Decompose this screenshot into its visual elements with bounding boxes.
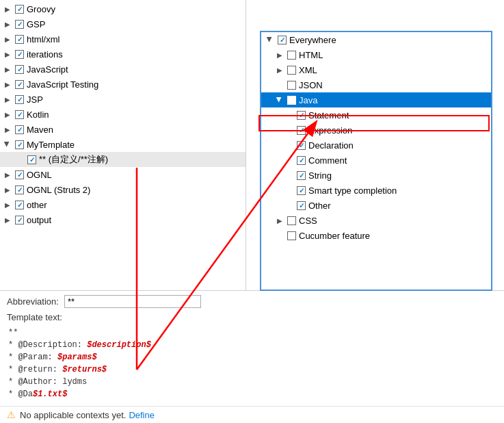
tree-item-gsp[interactable]: ▶ GSP xyxy=(0,16,246,31)
checkbox-output[interactable] xyxy=(15,216,24,225)
template-line-2: * @Description: $description$ xyxy=(8,339,496,351)
expand-arrow-gsp[interactable]: ▶ xyxy=(3,19,12,29)
template-line-4: * @return: $returns$ xyxy=(8,363,496,376)
right-tree-item-everywhere[interactable]: ▶ Everywhere xyxy=(261,32,491,47)
checkbox-mytemplate[interactable] xyxy=(15,140,24,149)
top-section: ▶ Groovy ▶ GSP ▶ html/xml ▶ iterations xyxy=(0,0,504,290)
expand-arrow-mytemplate[interactable]: ▶ xyxy=(3,140,12,149)
checkbox-cucumber[interactable] xyxy=(287,231,296,240)
expand-arrow-javascript-testing[interactable]: ▶ xyxy=(3,79,12,89)
checkbox-other-java[interactable] xyxy=(297,201,306,210)
tree-item-output[interactable]: ▶ output xyxy=(0,212,246,227)
tree-item-groovy[interactable]: ▶ Groovy xyxy=(0,1,246,16)
expand-arrow-xml[interactable]: ▶ xyxy=(275,65,284,75)
left-tree: ▶ Groovy ▶ GSP ▶ html/xml ▶ iterations xyxy=(0,0,246,290)
expand-arrow-javascript[interactable]: ▶ xyxy=(3,64,12,74)
template-line-3: * @Param: $params$ xyxy=(8,351,496,363)
checkbox-other[interactable] xyxy=(15,201,24,209)
warning-icon: ⚠ xyxy=(7,409,16,420)
label-other: other xyxy=(27,200,47,210)
right-tree-item-html[interactable]: ▶ HTML xyxy=(261,47,491,62)
right-tree-item-declaration[interactable]: Declaration xyxy=(261,138,491,153)
tree-item-kotlin[interactable]: ▶ Kotlin xyxy=(0,107,246,122)
checkbox-everywhere[interactable] xyxy=(278,36,287,44)
right-tree-item-cucumber[interactable]: Cucumber feature xyxy=(261,228,491,243)
bottom-section: Abbreviation: Template text: ** * @Descr… xyxy=(0,290,504,406)
tree-item-other[interactable]: ▶ other xyxy=(0,197,246,212)
checkbox-comment[interactable] xyxy=(297,156,306,165)
define-link[interactable]: Define xyxy=(129,410,155,420)
tree-item-jsp[interactable]: ▶ JSP xyxy=(0,92,246,107)
tree-item-ognl[interactable]: ▶ OGNL xyxy=(0,167,246,182)
right-tree-item-css[interactable]: ▶ CSS xyxy=(261,213,491,228)
abbreviation-row: Abbreviation: xyxy=(7,295,497,308)
checkbox-ognl[interactable] xyxy=(15,170,24,179)
checkbox-declaration[interactable] xyxy=(297,141,306,150)
expand-arrow-output[interactable]: ▶ xyxy=(3,215,12,225)
label-kotlin: Kotlin xyxy=(27,110,49,120)
checkbox-string[interactable] xyxy=(297,171,306,180)
checkbox-smart-type[interactable] xyxy=(297,186,306,195)
tree-item-javascript[interactable]: ▶ JavaScript xyxy=(0,62,246,77)
label-jsp: JSP xyxy=(27,94,43,105)
label-json: JSON xyxy=(299,80,323,90)
checkbox-ognl-struts2[interactable] xyxy=(15,185,24,194)
checkbox-xml[interactable] xyxy=(287,66,296,75)
expand-arrow-ognl-struts2[interactable]: ▶ xyxy=(3,185,12,194)
tree-item-javascript-testing[interactable]: ▶ JavaScript Testing xyxy=(0,77,246,92)
right-tree-item-string[interactable]: String xyxy=(261,168,491,183)
checkbox-java[interactable] xyxy=(287,96,296,105)
checkbox-css[interactable] xyxy=(287,216,296,225)
checkbox-javascript-testing[interactable] xyxy=(15,80,24,89)
expand-arrow-ognl[interactable]: ▶ xyxy=(3,170,12,179)
checkbox-iterations[interactable] xyxy=(15,50,24,59)
tree-item-ognl-struts2[interactable]: ▶ OGNL (Struts 2) xyxy=(0,182,246,197)
checkbox-jsp[interactable] xyxy=(15,95,24,104)
expand-arrow-maven[interactable]: ▶ xyxy=(3,125,12,134)
expand-arrow-everywhere[interactable]: ▶ xyxy=(265,35,275,44)
label-everywhere: Everywhere xyxy=(289,35,336,45)
checkbox-json[interactable] xyxy=(287,81,296,90)
checkbox-mytemplate-child[interactable] xyxy=(27,155,36,164)
template-text-area: ** * @Description: $description$ * @Para… xyxy=(7,325,497,402)
checkbox-html-xml[interactable] xyxy=(15,35,24,44)
expand-arrow-html-xml[interactable]: ▶ xyxy=(3,34,12,44)
tree-item-html-xml[interactable]: ▶ html/xml xyxy=(0,31,246,47)
checkbox-maven[interactable] xyxy=(15,125,24,134)
label-mytemplate-child: ** (自定义/**注解) xyxy=(39,153,108,166)
tree-item-maven[interactable]: ▶ Maven xyxy=(0,122,246,137)
label-java: Java xyxy=(299,95,317,105)
checkbox-statement[interactable] xyxy=(297,111,306,120)
label-javascript: JavaScript xyxy=(27,64,68,75)
tree-item-mytemplate-child[interactable]: ▶ ** (自定义/**注解) xyxy=(0,152,246,167)
label-html-xml: html/xml xyxy=(27,34,59,44)
checkbox-groovy[interactable] xyxy=(15,5,24,14)
right-tree-item-comment[interactable]: Comment xyxy=(261,153,491,168)
abbreviation-input[interactable] xyxy=(64,295,201,308)
checkbox-expression[interactable] xyxy=(297,126,306,135)
right-tree-item-java[interactable]: ▶ Java xyxy=(261,92,491,107)
tree-item-iterations[interactable]: ▶ iterations xyxy=(0,47,246,62)
tree-item-mytemplate[interactable]: ▶ MyTemplate xyxy=(0,137,246,152)
checkbox-html[interactable] xyxy=(287,51,296,60)
checkbox-javascript[interactable] xyxy=(15,65,24,74)
checkbox-gsp[interactable] xyxy=(15,20,24,29)
label-statement: Statement xyxy=(308,110,349,120)
template-line-6: * @Da$1.txt$ xyxy=(8,388,496,400)
expand-arrow-other[interactable]: ▶ xyxy=(3,200,12,209)
right-tree-item-expression[interactable]: Expression xyxy=(261,123,491,138)
right-tree-item-xml[interactable]: ▶ XML xyxy=(261,62,491,77)
expand-arrow-iterations[interactable]: ▶ xyxy=(3,49,12,59)
right-tree-item-json[interactable]: JSON xyxy=(261,77,491,92)
expand-arrow-groovy[interactable]: ▶ xyxy=(3,4,12,14)
label-output: output xyxy=(27,215,51,225)
expand-arrow-html[interactable]: ▶ xyxy=(275,50,284,60)
expand-arrow-java[interactable]: ▶ xyxy=(275,95,284,105)
checkbox-kotlin[interactable] xyxy=(15,110,24,119)
expand-arrow-kotlin[interactable]: ▶ xyxy=(3,110,12,119)
right-tree-item-other-java[interactable]: Other xyxy=(261,198,491,213)
right-tree-item-smart-type[interactable]: Smart type completion xyxy=(261,183,491,198)
expand-arrow-jsp[interactable]: ▶ xyxy=(3,94,12,104)
expand-arrow-css[interactable]: ▶ xyxy=(275,216,284,225)
right-tree-item-statement[interactable]: Statement xyxy=(261,107,491,123)
